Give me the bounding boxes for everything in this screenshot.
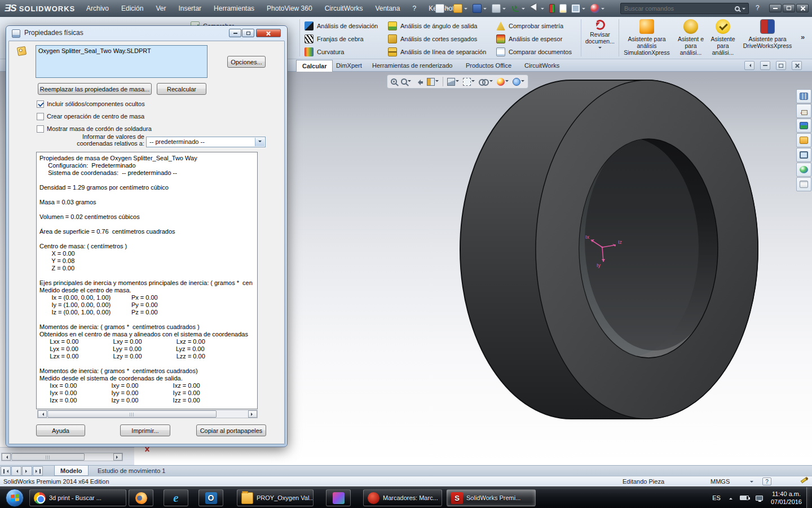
appearances-button[interactable] [796, 163, 811, 177]
tab-productos-office[interactable]: Productos Office [460, 60, 517, 72]
window-close-button[interactable] [796, 4, 809, 12]
panel-horizontal-scrollbar[interactable] [1, 453, 123, 461]
menu-item-ayuda[interactable]: ? [406, 0, 422, 17]
scrollbar-thumb[interactable] [47, 410, 217, 418]
recalculate-button[interactable]: Recalcular [157, 83, 206, 95]
scroll-right-button[interactable] [248, 410, 257, 418]
ribbon-button-franjas-cebra[interactable]: Franjas de cebra [304, 33, 364, 45]
task-pane-home-button[interactable] [796, 104, 811, 118]
menu-item-insertar[interactable]: Insertar [172, 0, 208, 17]
model-tab[interactable]: Modelo [54, 466, 89, 476]
command-search-input[interactable] [621, 5, 735, 12]
taskbar-clock[interactable]: 11:40 a.m. 07/01/2016 [771, 490, 802, 506]
ribbon-button-dfmxpress[interactable]: Asistente para análisi... [708, 19, 738, 56]
copy-to-clipboard-button[interactable]: Copiar al portapapeles [196, 424, 266, 436]
battery-icon[interactable] [740, 496, 749, 500]
document-name-field[interactable]: Oxygen Splitter_Seal_Two Way.SLDPRT [36, 45, 208, 78]
override-mass-properties-button[interactable]: Reemplazar las propiedades de masa... [38, 83, 152, 95]
show-desktop-button[interactable] [806, 487, 812, 508]
ribbon-button-cortes-sesgados[interactable]: Análisis de cortes sesgados [388, 33, 477, 45]
view-palette-button[interactable] [796, 148, 811, 162]
ribbon-button-analisis-desviacion[interactable]: Análisis de desviación [304, 20, 378, 32]
window-restore-button[interactable] [783, 4, 795, 12]
taskbar-brushes-button[interactable] [326, 489, 351, 506]
open-button[interactable] [453, 3, 467, 14]
tab-herramientas-renderizado[interactable]: Herramientas de renderizado [367, 60, 458, 72]
tab-calcular[interactable]: Calcular [296, 60, 333, 72]
start-button[interactable] [6, 489, 24, 507]
task-pane-resources-button[interactable] [796, 89, 811, 103]
undo-button[interactable] [511, 3, 525, 14]
results-horizontal-scrollbar[interactable] [37, 410, 258, 418]
custom-properties-button[interactable] [796, 177, 811, 191]
tab-dimxpert[interactable]: DimXpert [330, 60, 368, 72]
file-explorer-button[interactable] [796, 133, 811, 147]
scroll-left-button[interactable] [38, 410, 47, 418]
menu-item-photoview[interactable]: PhotoView 360 [261, 0, 319, 17]
previous-view-button[interactable] [415, 78, 423, 85]
scroll-right-button[interactable] [113, 453, 122, 461]
help-menu-button[interactable]: ? [756, 4, 760, 12]
scrollbar-thumb[interactable] [11, 453, 85, 461]
motion-study-tab[interactable]: Estudio de movimiento 1 [92, 466, 171, 476]
document-minimize-button[interactable] [760, 61, 770, 70]
help-button[interactable]: Ayuda [36, 424, 85, 436]
menu-item-ver[interactable]: Ver [149, 0, 172, 17]
section-view-button[interactable] [427, 78, 439, 86]
window-minimize-button[interactable] [769, 4, 782, 12]
taskbar-solidworks-window[interactable]: S SolidWorks Premi... [447, 489, 536, 506]
ribbon-button-comprobar-simetria[interactable]: Comprobar simetría [496, 20, 563, 32]
language-indicator[interactable]: ES [712, 494, 721, 501]
hide-show-items-button[interactable] [479, 79, 493, 84]
dialog-maximize-button[interactable] [242, 29, 254, 37]
document-close-button[interactable] [792, 61, 802, 70]
screen-capture-button[interactable] [571, 3, 585, 14]
checkbox-include-hidden[interactable] [37, 100, 44, 108]
scroll-left-button[interactable] [2, 453, 11, 461]
print-button[interactable] [492, 3, 506, 14]
taskbar-folder-window[interactable]: PROY_Oxygen Val... [237, 489, 314, 506]
checkbox-create-com-feature[interactable] [37, 113, 44, 120]
tab-last-button[interactable] [33, 466, 43, 476]
tab-previous-button[interactable] [11, 466, 21, 476]
apply-scene-button[interactable] [513, 78, 524, 86]
print-button[interactable]: Imprimir... [120, 424, 170, 436]
menu-item-edicion[interactable]: Edición [115, 0, 149, 17]
hidden-icons-button[interactable] [729, 496, 732, 500]
dialog-minimize-button[interactable] [229, 29, 241, 37]
edit-appearance-button[interactable] [497, 78, 509, 86]
render-tools-button[interactable] [590, 3, 604, 14]
taskbar-outlook-button[interactable]: O [198, 489, 223, 506]
taskbar-firefox-button[interactable] [129, 489, 153, 506]
tab-next-button[interactable] [22, 466, 32, 476]
ribbon-button-simulationxpress[interactable]: Asistente para análisis SimulationXpress [621, 19, 673, 56]
dialog-close-button[interactable] [256, 29, 281, 37]
units-text[interactable]: MMGS [710, 478, 730, 485]
mass-properties-results[interactable]: Propiedades de masa de Oxygen Splitter_S… [36, 152, 258, 409]
rebuild-button[interactable] [549, 3, 555, 14]
save-button[interactable] [473, 3, 487, 14]
taskbar-chrome-window[interactable]: 3d print - Buscar ... [29, 489, 126, 506]
dropdown-arrow-button[interactable] [255, 138, 264, 146]
design-library-button[interactable] [796, 119, 811, 133]
menu-item-circuitworks[interactable]: CircuitWorks [319, 0, 369, 17]
menu-item-herramientas[interactable]: Herramientas [208, 0, 261, 17]
display-style-button[interactable] [463, 78, 475, 86]
menu-item-archivo[interactable]: Archivo [80, 0, 115, 17]
ribbon-button-angulo-salida[interactable]: Análisis de ángulo de salida [388, 20, 477, 32]
units-dropdown-icon[interactable] [750, 481, 753, 484]
zoom-area-button[interactable] [401, 78, 411, 85]
tab-circuitworks[interactable]: CircuitWorks [519, 60, 565, 72]
options-button[interactable]: Opciones... [227, 56, 266, 68]
taskbar-ie-button[interactable]: e [164, 489, 188, 506]
ribbon-button-linea-separacion[interactable]: Análisis de línea de separación [388, 46, 486, 58]
menu-item-ventana[interactable]: Ventana [369, 0, 406, 17]
ribbon-button-analisis-espesor[interactable]: Análisis de espesor [496, 33, 562, 45]
ribbon-overflow-button[interactable]: » [801, 33, 805, 41]
ribbon-button-driveworksxpress[interactable]: Asistente para DriveWorksXpress [739, 19, 796, 49]
document-restore-button[interactable] [776, 61, 786, 70]
ribbon-button-curvatura[interactable]: Curvatura [304, 46, 344, 58]
coordinate-system-dropdown[interactable]: -- predeterminado -- [146, 137, 266, 147]
ribbon-button-comparar-documentos[interactable]: Comparar documentos [496, 46, 572, 58]
taskbar-bookmarks-window[interactable]: Marcadores: Marc... [363, 489, 442, 506]
